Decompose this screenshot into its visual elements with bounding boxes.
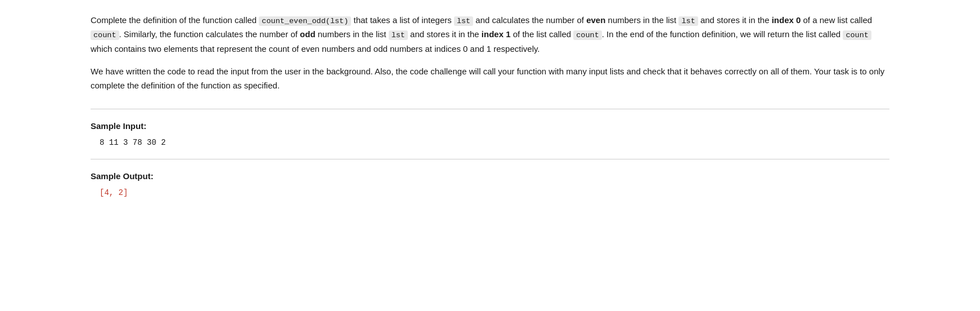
sample-output-value: [4, 2]: [91, 186, 889, 199]
sample-output-label: Sample Output:: [91, 170, 889, 183]
sample-input-value: 8 11 3 78 30 2: [91, 136, 889, 149]
count3-code: count: [843, 30, 871, 40]
index1-bold: index 1: [482, 29, 511, 39]
sample-output-section: Sample Output: [4, 2]: [91, 170, 889, 199]
even-bold: even: [586, 15, 605, 25]
para1-text-11: . In the end of the function definition,…: [602, 29, 840, 39]
odd-bold: odd: [300, 29, 316, 39]
para1-text-12: which contains two elements that represe…: [91, 44, 540, 54]
sample-input-section: Sample Input: 8 11 3 78 30 2: [91, 119, 889, 149]
para1-text-2: that takes a list of integers: [351, 15, 454, 25]
paragraph-1: Complete the definition of the function …: [91, 14, 889, 56]
para1-text-7: . Similarly, the function calculates the…: [119, 29, 300, 39]
func-name-code: count_even_odd(lst): [259, 16, 351, 26]
para1-text-4: numbers in the list: [605, 15, 678, 25]
paragraph-2: We have written the code to read the inp…: [91, 65, 889, 93]
para1-text-3: and calculates the number of: [473, 15, 586, 25]
divider-1: [91, 109, 889, 109]
para1-text-5: and stores it in the: [698, 15, 772, 25]
para1-text-10: of the list called: [511, 29, 574, 39]
count2-code: count: [573, 30, 602, 40]
lst3-code: lst: [389, 30, 408, 40]
index0-bold: index 0: [772, 15, 801, 25]
para1-text-8: numbers in the list: [316, 29, 389, 39]
para1-text-6: of a new list called: [801, 15, 872, 25]
para1-text-1: Complete the definition of the function …: [91, 15, 259, 25]
divider-2: [91, 159, 889, 159]
sample-input-label: Sample Input:: [91, 119, 889, 133]
para1-text-9: and stores it in the: [408, 29, 482, 39]
lst1-code: lst: [454, 16, 473, 26]
count1-code: count: [91, 30, 119, 40]
lst2-code: lst: [678, 16, 698, 26]
description-block: Complete the definition of the function …: [91, 14, 889, 93]
main-container: Complete the definition of the function …: [68, 0, 912, 217]
